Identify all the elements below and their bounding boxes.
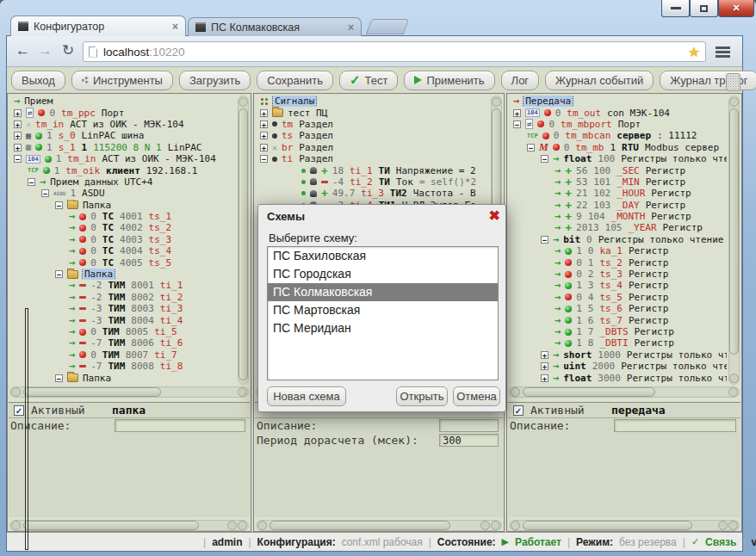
tree-row[interactable]: →-7ТИМ8008ti_8 — [10, 361, 236, 372]
expander-expanded-icon[interactable]: − — [14, 155, 22, 163]
expander-collapsed-icon[interactable]: + — [14, 144, 22, 151]
tree-row[interactable]: +tmРаздел — [257, 119, 489, 130]
tree-row[interactable]: →0ТС4004ts_4 — [10, 245, 236, 256]
tree-row[interactable]: +▥1s_11115200 8 N 1LinPAC — [10, 142, 236, 153]
expander-collapsed-icon[interactable]: + — [14, 132, 22, 139]
tree-row[interactable]: TCP1tm_oikклиент192.168.1 — [10, 164, 236, 176]
expander-collapsed-icon[interactable]: + — [513, 109, 521, 117]
журнал-тревог-button[interactable]: Журнал тревог — [660, 71, 756, 90]
tree-row[interactable]: +⇄0tm_ppcПорт — [10, 107, 236, 118]
tree-row[interactable]: →04ts_5Регистр — [510, 292, 727, 303]
tab-ps-kolmakovskaya[interactable]: ПС Колмаковская × — [188, 17, 362, 36]
horizontal-scrollbar[interactable] — [509, 520, 740, 531]
new-scheme-button[interactable]: Новая схема — [267, 386, 346, 406]
тест-button[interactable]: ✓Тест — [339, 71, 398, 90]
tree-row[interactable]: +✕tm_inАСТ из ОИК - МЭК-104 — [10, 119, 236, 130]
tree-row[interactable]: →18_DBTIРегистр — [510, 337, 727, 349]
tree-row[interactable]: →-2ТИМ8002ti_2 — [10, 292, 236, 303]
загрузить-button[interactable]: Загрузить — [179, 71, 251, 90]
tree-row[interactable]: +tsРаздел — [257, 130, 489, 141]
tree-row[interactable]: →0ТИМ8005ti_5 — [10, 326, 236, 337]
expander-collapsed-icon[interactable]: + — [260, 144, 268, 151]
minimize-button[interactable] — [661, 0, 690, 17]
bookmark-star-icon[interactable]: ★ — [688, 44, 700, 60]
сохранить-button[interactable]: Сохранить — [257, 71, 333, 90]
maximize-button[interactable] — [690, 0, 718, 17]
scheme-list-item[interactable]: ПС Меридиан — [268, 319, 498, 337]
tree-row[interactable]: +→short1000Регистры только чтение — [510, 349, 727, 361]
expander-expanded-icon[interactable]: − — [541, 155, 548, 163]
reload-icon[interactable]: ↻ — [62, 41, 74, 60]
scheme-list-item[interactable]: ПС Бахиловская — [268, 247, 498, 265]
tree-row[interactable]: -4ti_2ТИТок= self()*2 — [257, 176, 489, 188]
tree-row[interactable]: →10ka_1Регистр — [510, 245, 727, 256]
выход-button[interactable]: Выход — [11, 71, 65, 90]
expander-expanded-icon[interactable]: − — [55, 201, 63, 209]
tree-row[interactable]: +✕brРаздел — [257, 142, 489, 153]
tree-row[interactable]: →+21102_HOURРегистр — [510, 188, 727, 199]
description-field[interactable] — [115, 419, 245, 432]
tree-row[interactable]: −tiРаздел — [257, 153, 489, 164]
horizontal-scrollbar[interactable] — [9, 520, 249, 531]
tree-row[interactable]: Сигналы — [257, 96, 489, 107]
expander-expanded-icon[interactable]: − — [55, 270, 63, 278]
tree-row[interactable]: →+22103_DAYРегистр — [510, 200, 727, 211]
vertical-scrollbar[interactable] — [238, 96, 249, 385]
scheme-listbox[interactable]: ПС БахиловскаяПС ГородскаяПС Колмаковска… — [267, 246, 499, 380]
tree-row[interactable]: +▦1s_0LinPAC шина — [10, 130, 236, 141]
tree-row[interactable]: →+2013105_YEARРегистр — [510, 222, 727, 233]
tree-row[interactable]: −ASDU1ASDU — [10, 188, 236, 199]
new-tab-button[interactable] — [366, 19, 410, 34]
expander-collapsed-icon[interactable]: + — [541, 362, 548, 370]
expander-collapsed-icon[interactable]: + — [541, 351, 548, 359]
tree-row[interactable]: →-3ТИМ8004ti_4 — [10, 314, 236, 325]
tree-row[interactable]: −1041tm_inАСТ из ОИК - МЭК-104 — [10, 153, 236, 164]
forward-icon[interactable]: → — [38, 41, 53, 60]
tree-row[interactable]: −→Прием данных UTC+4 — [10, 176, 236, 188]
toolbar-overflow-handle[interactable] — [726, 73, 741, 91]
cancel-button[interactable]: Отмена — [453, 386, 500, 406]
tree-row[interactable]: →0ТС4003ts_3 — [10, 234, 236, 245]
tree-row[interactable]: +49.7ti_3ТИ2Частота - В — [257, 188, 489, 199]
tree-row[interactable]: −Папка — [10, 200, 236, 211]
tree-row[interactable]: −M0tm_mb1RTUModbus сервер — [510, 142, 727, 153]
expander-collapsed-icon[interactable]: + — [541, 374, 548, 382]
tree-row[interactable]: −⇄0tm_mbportПорт — [510, 119, 727, 130]
инструменты-button[interactable]: Инструменты — [71, 71, 173, 90]
horizontal-scrollbar[interactable] — [256, 520, 502, 531]
tree-row[interactable]: +→uint2000Регистры только чтение — [510, 361, 727, 372]
tree-row[interactable]: +1040tm_outcon МЭК-104 — [510, 107, 727, 118]
tree-row[interactable]: +тест ПЦ — [257, 107, 489, 118]
tree-row[interactable]: −→float100Регистры только чтение — [510, 153, 727, 164]
tree-row[interactable]: →-2ТИМ8001ti_1 — [10, 280, 236, 291]
tree-row[interactable]: →-3ТИМ8003ti_3 — [10, 303, 236, 314]
expander-collapsed-icon[interactable]: + — [260, 120, 268, 128]
tree-row[interactable]: →Передача — [510, 96, 727, 107]
address-bar[interactable]: localhost :10220 ★ — [83, 41, 706, 62]
active-checkbox[interactable]: ✓ — [513, 405, 524, 416]
tree-row[interactable]: →02ts_3Регистр — [510, 269, 727, 280]
vertical-scrollbar[interactable] — [728, 96, 740, 385]
tree-row[interactable]: +18ti_1ТИНапряжение = 2 — [257, 164, 489, 176]
period-field[interactable]: 300 — [439, 434, 499, 447]
close-button[interactable]: ✕ — [718, 0, 754, 17]
expander-collapsed-icon[interactable]: + — [260, 109, 268, 117]
expander-expanded-icon[interactable]: − — [527, 144, 535, 151]
tree-row[interactable]: →0ТИМ8007ti_7 — [10, 349, 236, 361]
tree-row[interactable]: +→float3000Регистры только чтение — [510, 372, 727, 383]
tree-row[interactable]: →+56100_SECРегистр — [510, 164, 727, 176]
description-field[interactable] — [439, 419, 499, 432]
tree-row[interactable]: →16ts_7Регистр — [510, 314, 727, 325]
active-checkbox[interactable]: ✓ — [14, 405, 24, 416]
expander-expanded-icon[interactable]: − — [541, 236, 548, 244]
tree-row[interactable]: −Папка — [10, 269, 236, 280]
tab-configurator[interactable]: Конфигуратор × — [10, 15, 186, 36]
tree-row[interactable]: →0ТС4005ts_5 — [10, 256, 236, 268]
dialog-close-icon[interactable]: ✖ — [489, 207, 500, 224]
expander-expanded-icon[interactable]: − — [513, 120, 521, 128]
tree-row[interactable]: →0ТС4001ts_1 — [10, 211, 236, 222]
expander-collapsed-icon[interactable]: + — [14, 120, 22, 128]
tab-close-icon[interactable]: × — [348, 22, 354, 33]
tree-row[interactable]: →+53101_MINРегистр — [510, 176, 727, 188]
tree-row[interactable]: →01ts_2Регистр — [510, 256, 727, 268]
